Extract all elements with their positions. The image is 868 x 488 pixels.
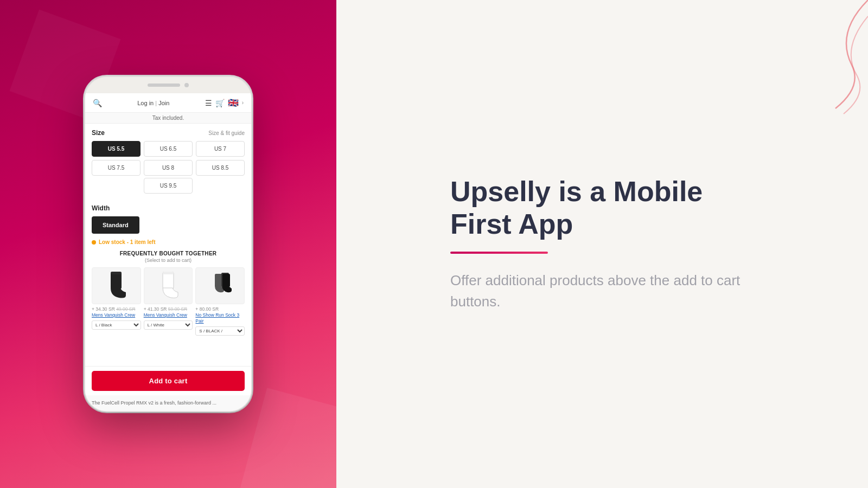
phone-frame: 🔍 Log in | Join ☰ 🛒 🇬🇧 › (84, 76, 252, 412)
size-btn-7[interactable]: US 7 (196, 141, 245, 157)
fbt-product-1-name[interactable]: Mens Vanquish Crew (92, 312, 141, 318)
phone-mockup: 🔍 Log in | Join ☰ 🛒 🇬🇧 › (84, 76, 252, 412)
low-stock-indicator: Low stock - 1 item left (92, 239, 245, 245)
search-icon[interactable]: 🔍 (93, 99, 102, 107)
width-standard-btn[interactable]: Standard (92, 216, 139, 234)
width-section-header: Width (92, 199, 245, 216)
size-btn-8-5[interactable]: US 8.5 (196, 160, 245, 176)
size-btn-7-5[interactable]: US 7.5 (92, 160, 141, 176)
fbt-title: FREQUENTLY BOUGHT TOGETHER (92, 251, 245, 256)
fbt-product-2-name[interactable]: Mens Vanquish Crew (144, 312, 193, 318)
right-description: Offer additional products above the add … (450, 270, 754, 312)
fbt-product-3[interactable]: + 80.00 SR No Show Run Sock 3 Pair S / B… (195, 267, 245, 336)
width-title: Width (92, 204, 110, 212)
tax-label: Tax included. (152, 115, 184, 121)
size-title: Size (92, 129, 105, 137)
fbt-product-3-price: + 80.00 SR (195, 306, 245, 312)
cart-icon[interactable]: 🛒 (215, 99, 225, 107)
phone-camera (184, 83, 189, 87)
nav-right: ☰ 🛒 🇬🇧 › (205, 98, 244, 108)
phone-content[interactable]: Size Size & fit guide US 5.5 US 6.5 US 7… (85, 124, 251, 366)
svg-rect-4 (215, 274, 222, 287)
width-section: Width Standard (92, 199, 245, 234)
fbt-products: + 34.30 SR 49.00 SR Mens Vanquish Crew L… (92, 267, 245, 336)
size-btn-6-5[interactable]: US 6.5 (144, 141, 193, 157)
chevron-right-icon: › (242, 100, 244, 106)
fbt-product-1[interactable]: + 34.30 SR 49.00 SR Mens Vanquish Crew L… (92, 267, 141, 336)
fbt-subtitle: (Select to add to cart) (92, 258, 245, 263)
add-to-cart-button[interactable]: Add to cart (92, 371, 245, 391)
product-description: The FuelCell Propel RMX v2 is a fresh, f… (92, 400, 245, 407)
fbt-product-2-image (144, 267, 193, 304)
fbt-product-3-name[interactable]: No Show Run Sock 3 Pair (195, 312, 245, 324)
left-panel: 🔍 Log in | Join ☰ 🛒 🇬🇧 › (0, 0, 336, 488)
size-grid-extra: US 9.5 (92, 178, 245, 194)
multi-sock-svg (205, 272, 235, 300)
heading-line1: Upselly is a Mobile (450, 176, 703, 207)
fbt-product-2-price: + 41.30 SR 59.00 SR (144, 306, 193, 312)
svg-rect-1 (111, 272, 122, 274)
phone-speaker (148, 84, 180, 87)
phone-nav: 🔍 Log in | Join ☰ 🛒 🇬🇧 › (85, 93, 251, 113)
right-panel: Upselly is a Mobile First App Offer addi… (336, 0, 868, 488)
main-heading: Upselly is a Mobile First App (450, 176, 754, 241)
size-fit-guide[interactable]: Size & fit guide (208, 130, 245, 136)
svg-rect-6 (222, 274, 230, 287)
phone-screen: 🔍 Log in | Join ☰ 🛒 🇬🇧 › (85, 93, 251, 411)
size-btn-5-5[interactable]: US 5.5 (92, 141, 141, 157)
login-link[interactable]: Log in (137, 100, 154, 106)
size-grid: US 5.5 US 6.5 US 7 US 7.5 US 8 US 8.5 (92, 141, 245, 176)
description-footer: The FuelCell Propel RMX v2 is a fresh, f… (85, 395, 251, 411)
tax-bar: Tax included. (85, 113, 251, 124)
size-btn-9-5[interactable]: US 9.5 (144, 178, 193, 194)
nav-left: 🔍 (93, 99, 102, 107)
right-content: Upselly is a Mobile First App Offer addi… (450, 176, 754, 312)
nav-center: Log in | Join (137, 100, 169, 106)
low-stock-dot (92, 240, 96, 245)
heading-divider (450, 252, 548, 254)
white-sock-svg (157, 272, 179, 300)
fbt-product-2[interactable]: + 41.30 SR 59.00 SR Mens Vanquish Crew L… (144, 267, 193, 336)
add-to-cart-bar: Add to cart (85, 366, 251, 395)
decor-curves (727, 0, 868, 119)
svg-rect-3 (163, 272, 174, 274)
menu-icon[interactable]: ☰ (205, 99, 212, 107)
phone-top-bar (85, 77, 251, 93)
fbt-product-1-price: + 34.30 SR 49.00 SR (92, 306, 141, 312)
size-section-header: Size Size & fit guide (92, 124, 245, 141)
fbt-section: FREQUENTLY BOUGHT TOGETHER (Select to ad… (92, 251, 245, 336)
fbt-product-2-variant[interactable]: L / White (144, 320, 193, 330)
fbt-product-3-variant[interactable]: S / BLACK / (195, 326, 245, 336)
join-link[interactable]: Join (158, 100, 169, 106)
flag-icon[interactable]: 🇬🇧 (228, 98, 239, 108)
low-stock-text: Low stock - 1 item left (99, 239, 155, 245)
fbt-product-3-image (195, 267, 245, 304)
size-btn-8[interactable]: US 8 (144, 160, 193, 176)
fbt-product-1-image (92, 267, 141, 304)
fbt-product-1-variant[interactable]: L / Black (92, 320, 141, 330)
heading-line2: First App (450, 208, 573, 240)
black-sock-svg (105, 272, 127, 300)
